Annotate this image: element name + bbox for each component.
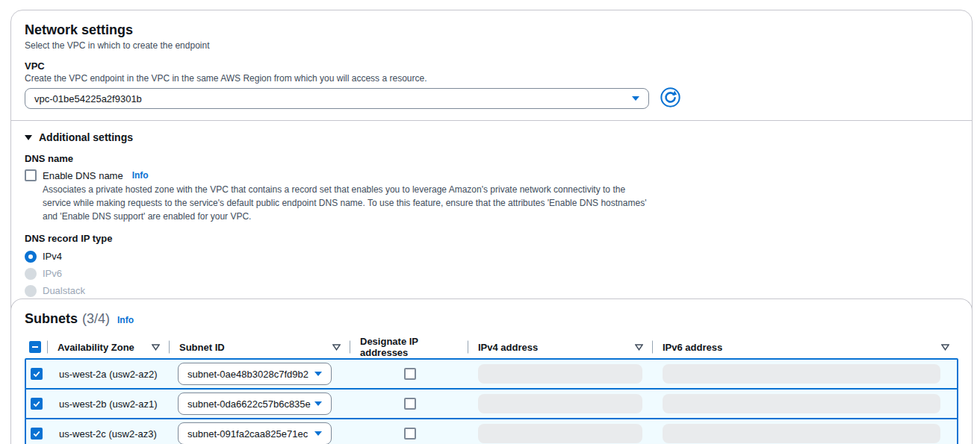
expand-caret-down-icon (25, 135, 32, 140)
row-checkbox[interactable] (31, 398, 43, 410)
ipv6-address-input (663, 364, 940, 384)
column-header-ipv6-address[interactable]: IPv6 address (652, 336, 958, 358)
network-settings-card: Network settings Select the VPC in which… (10, 10, 973, 328)
dns-record-ip-type-label: DNS record IP type (25, 233, 958, 244)
subnet-id-value: subnet-091fa2caa825e71ec (187, 428, 308, 440)
row-checkbox[interactable] (31, 428, 43, 440)
ipv4-address-input (478, 424, 642, 443)
page-subtitle: Select the VPC in which to create the en… (25, 40, 958, 51)
radio-disabled-icon (25, 285, 37, 297)
availability-zone-value: us-west-2c (usw2-az3) (49, 428, 170, 440)
subnets-counter: (3/4) (82, 311, 110, 327)
dns-name-info-link[interactable]: Info (132, 170, 149, 181)
ipv4-address-input (478, 394, 642, 413)
subnet-id-select[interactable]: subnet-0ae48b3028c7fd9b2 (178, 363, 332, 385)
radio-label: IPv6 (43, 268, 62, 279)
subnets-title: Subnets (25, 311, 78, 327)
caret-down-icon (314, 372, 322, 376)
radio-option-dualstack: Dualstack (25, 284, 958, 298)
column-label: Availability Zone (58, 342, 134, 353)
designate-ip-checkbox[interactable] (404, 398, 416, 410)
table-header-row: Availability Zone Subnet ID Designate IP… (25, 336, 958, 358)
vpc-label: VPC (25, 60, 958, 72)
column-header-ipv4-address[interactable]: IPv4 address (468, 336, 652, 358)
select-all-checkbox[interactable] (29, 341, 41, 353)
filter-triangle-icon[interactable] (941, 344, 949, 351)
column-label: Designate IP addresses (360, 336, 459, 358)
dns-name-description: Associates a private hosted zone with th… (43, 183, 654, 223)
radio-label: IPv4 (43, 251, 62, 262)
column-label: IPv6 address (663, 342, 722, 353)
enable-dns-name-label: Enable DNS name (43, 170, 123, 181)
ipv6-address-input (663, 424, 940, 443)
availability-zone-value: us-west-2a (usw2-az2) (49, 369, 170, 380)
refresh-icon (660, 87, 680, 110)
enable-dns-name-checkbox[interactable] (25, 169, 37, 181)
designate-ip-checkbox[interactable] (404, 428, 416, 440)
subnet-row: us-west-2a (usw2-az2) subnet-0ae48b3028c… (25, 358, 958, 390)
subnet-id-select[interactable]: subnet-091fa2caa825e71ec (178, 422, 332, 444)
caret-down-icon (314, 401, 322, 406)
radio-option-ipv6: IPv6 (25, 266, 958, 281)
ipv4-address-input (478, 364, 642, 384)
vpc-description: Create the VPC endpoint in the VPC in th… (25, 73, 958, 84)
radio-disabled-icon (25, 268, 37, 280)
vpc-select-value: vpc-01be54225a2f9301b (34, 93, 142, 104)
subnet-id-value: subnet-0da6622c57b6c835e (187, 398, 311, 410)
caret-down-icon (632, 96, 639, 101)
row-checkbox[interactable] (31, 368, 43, 380)
filter-triangle-icon[interactable] (635, 344, 643, 351)
subnets-info-link[interactable]: Info (117, 315, 134, 325)
subnet-row: us-west-2b (usw2-az1) subnet-0da6622c57b… (25, 388, 958, 419)
radio-label: Dualstack (43, 285, 85, 296)
radio-option-ipv4[interactable]: IPv4 (25, 249, 958, 263)
vpc-select[interactable]: vpc-01be54225a2f9301b (25, 88, 649, 109)
subnet-id-value: subnet-0ae48b3028c7fd9b2 (187, 369, 308, 380)
subnet-id-select[interactable]: subnet-0da6622c57b6c835e (178, 393, 332, 415)
radio-selected-icon (25, 251, 37, 263)
subnets-table: Availability Zone Subnet ID Designate IP… (25, 336, 958, 444)
column-header-availability-zone[interactable]: Availability Zone (47, 336, 169, 358)
refresh-button[interactable] (659, 87, 681, 110)
column-header-designate-ip[interactable]: Designate IP addresses (350, 336, 468, 358)
filter-triangle-icon[interactable] (152, 344, 160, 351)
availability-zone-value: us-west-2b (usw2-az1) (49, 398, 170, 410)
dns-name-label: DNS name (25, 153, 958, 164)
ipv6-address-input (663, 394, 940, 413)
section-divider (11, 120, 972, 121)
caret-down-icon (314, 431, 322, 436)
page-title: Network settings (25, 22, 958, 38)
column-label: Subnet ID (179, 342, 225, 353)
filter-triangle-icon[interactable] (332, 344, 341, 351)
subnet-row: us-west-2c (usw2-az3) subnet-091fa2caa82… (25, 418, 958, 444)
column-label: IPv4 address (478, 342, 538, 353)
additional-settings-toggle[interactable]: Additional settings (25, 131, 958, 143)
subnets-card: Subnets (3/4) Info Availability Zone Sub… (10, 298, 973, 444)
additional-settings-title: Additional settings (39, 131, 133, 143)
column-header-subnet-id[interactable]: Subnet ID (169, 336, 350, 358)
designate-ip-checkbox[interactable] (404, 368, 416, 380)
